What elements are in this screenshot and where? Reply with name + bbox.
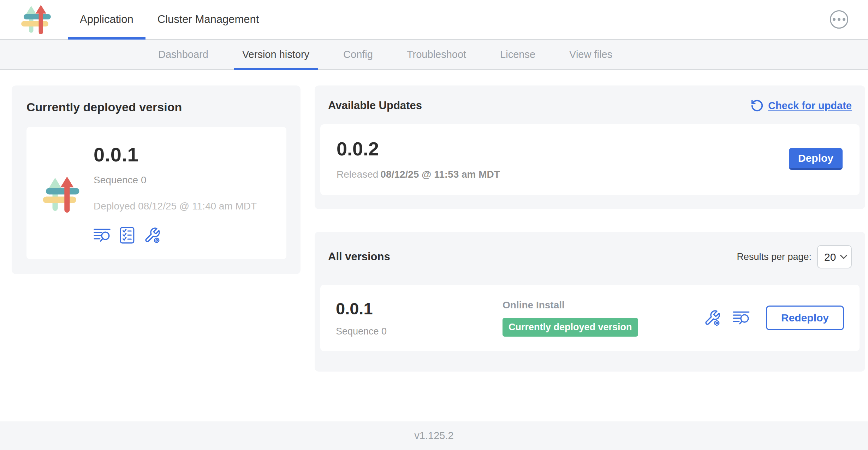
tab-version-history[interactable]: Version history (225, 40, 326, 69)
deploy-button[interactable]: Deploy (789, 148, 843, 170)
available-updates-title: Available Updates (328, 99, 422, 112)
tab-dashboard[interactable]: Dashboard (141, 40, 225, 69)
nav-application-label: Application (80, 13, 133, 26)
edit-config-button[interactable] (704, 309, 721, 326)
row-actions: Redeploy (704, 306, 844, 330)
diff-lines-magnifier-icon (94, 228, 111, 243)
tab-license-label: License (500, 49, 535, 60)
deployed-timestamp: Deployed 08/12/25 @ 11:40 am MDT (94, 201, 257, 212)
app-footer: v1.125.2 (0, 421, 868, 450)
nav-cluster-management[interactable]: Cluster Management (145, 0, 271, 39)
ellipsis-icon (843, 18, 845, 21)
tab-view-files-label: View files (569, 49, 612, 60)
app-logo-icon (20, 4, 52, 35)
diff-lines-magnifier-icon (733, 310, 750, 325)
all-versions-title: All versions (328, 250, 390, 263)
app-header: Application Cluster Management (0, 0, 868, 40)
overflow-menu-button[interactable] (830, 10, 848, 29)
tab-config[interactable]: Config (326, 40, 390, 69)
ellipsis-icon (833, 18, 836, 21)
deployed-version-number: 0.0.1 (94, 143, 257, 166)
active-nav-underline (68, 37, 145, 40)
tab-config-label: Config (343, 49, 373, 60)
tab-dashboard-label: Dashboard (158, 49, 208, 60)
nav-cluster-management-label: Cluster Management (157, 13, 259, 26)
tab-troubleshoot-label: Troubleshoot (407, 49, 466, 60)
view-diff-button[interactable] (733, 310, 750, 325)
results-per-page: Results per page: 20 (737, 245, 852, 268)
check-for-update-link[interactable]: Check for update (750, 99, 852, 112)
preflight-checks-button[interactable] (120, 227, 135, 244)
row-version-number: 0.0.1 (336, 299, 503, 318)
edit-config-button[interactable] (144, 227, 161, 244)
version-row: 0.0.1 Sequence 0 Online Install Currentl… (320, 285, 860, 351)
right-column: Available Updates Check for update 0.0.2… (315, 85, 865, 372)
app-logo-icon (42, 145, 80, 244)
console-version: v1.125.2 (414, 430, 453, 442)
released-timestamp: 08/12/25 @ 11:53 am MDT (380, 169, 500, 180)
tab-view-files[interactable]: View files (552, 40, 629, 69)
deployed-actions (94, 227, 257, 244)
check-for-update-label: Check for update (768, 100, 852, 112)
released-prefix: Released (337, 169, 378, 180)
redeploy-button[interactable]: Redeploy (766, 306, 844, 330)
tab-troubleshoot[interactable]: Troubleshoot (390, 40, 483, 69)
wrench-gear-icon (144, 227, 161, 244)
ellipsis-icon (838, 18, 840, 21)
deployed-version-card: 0.0.1 Sequence 0 Deployed 08/12/25 @ 11:… (26, 127, 286, 259)
results-per-page-label: Results per page: (737, 251, 811, 262)
deployed-sequence: Sequence 0 (94, 174, 257, 186)
nav-application[interactable]: Application (68, 0, 145, 39)
primary-nav: Application Cluster Management (68, 0, 271, 39)
install-type: Online Install (503, 300, 638, 311)
update-released-line: Released08/12/25 @ 11:53 am MDT (337, 169, 500, 180)
currently-deployed-badge: Currently deployed version (503, 318, 638, 337)
active-tab-underline (234, 68, 318, 70)
tab-license[interactable]: License (483, 40, 552, 69)
main-content: Currently deployed version 0.0.1 Sequenc… (0, 70, 868, 421)
results-per-page-select[interactable]: 20 (817, 245, 852, 268)
deployed-card-title: Currently deployed version (26, 100, 286, 114)
refresh-icon (750, 99, 764, 112)
checklist-icon (120, 227, 135, 244)
available-update-card: 0.0.2 Released08/12/25 @ 11:53 am MDT De… (320, 124, 860, 195)
tab-version-history-label: Version history (242, 49, 309, 60)
available-updates-section: Available Updates Check for update 0.0.2… (315, 85, 865, 209)
row-sequence: Sequence 0 (336, 326, 503, 337)
app-subnav: Dashboard Version history Config Trouble… (0, 40, 868, 70)
update-version-number: 0.0.2 (337, 138, 500, 160)
view-diff-button[interactable] (94, 228, 111, 243)
currently-deployed-card: Currently deployed version 0.0.1 Sequenc… (12, 85, 301, 274)
all-versions-section: All versions Results per page: 20 0. (315, 232, 865, 372)
wrench-gear-icon (704, 309, 721, 326)
